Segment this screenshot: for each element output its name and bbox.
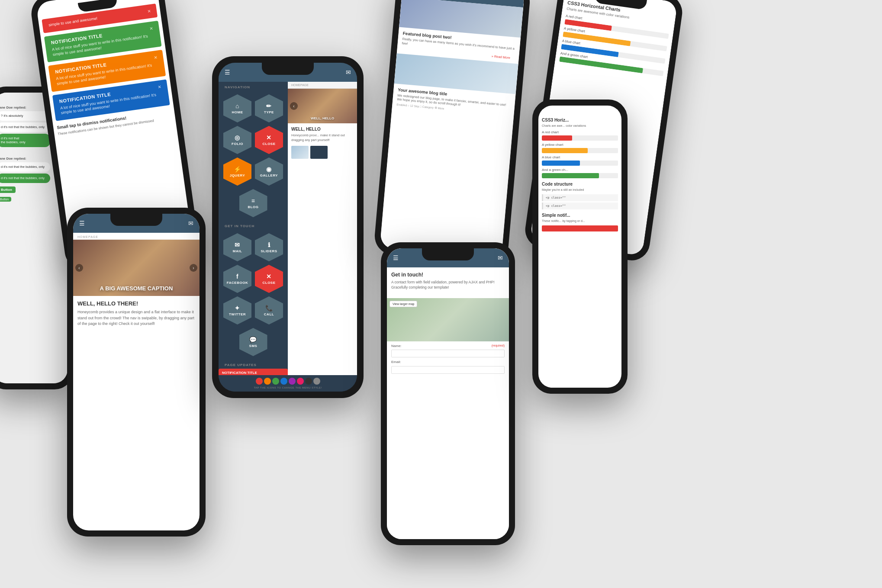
slider-next[interactable]: › <box>190 264 197 272</box>
phone3-split: NAVIGATION ⌂ HOME ✏ TYPE <box>219 82 357 375</box>
email-label: Email: <box>391 360 505 364</box>
phone3-page: HOMEPAGE WELL, HELLO ‹ WELL, HELLO Honey… <box>288 82 357 375</box>
simple-notif-title: Simple notif... <box>542 213 618 218</box>
far-chart-bar-2 <box>542 148 618 153</box>
notifications-content: ✕ simple to use and awesome! ✕ NOTIFICAT… <box>36 0 176 141</box>
sliders-icon: ℹ <box>268 241 270 248</box>
contact-facebook[interactable]: f FACEBOOK <box>223 265 251 293</box>
menu-icon-3[interactable]: ☰ <box>225 69 230 76</box>
swatch-purple[interactable] <box>289 378 296 385</box>
far-chart-bar-1 <box>542 135 618 141</box>
folio-icon: ◎ <box>235 134 240 141</box>
map-placeholder: View larger map <box>387 298 509 341</box>
nav-type-label: TYPE <box>264 110 274 114</box>
nav-blog-label: BLOG <box>248 205 258 209</box>
notif-close-red[interactable]: ✕ <box>147 9 151 14</box>
view-larger-map-btn[interactable]: View larger map <box>389 301 417 307</box>
swatch-green[interactable] <box>272 378 279 385</box>
notif-bar: NOTIFICATION TITLE <box>219 369 288 375</box>
jquery-icon: ⚡ <box>234 166 241 173</box>
notif-close-green[interactable]: ✕ <box>149 26 153 31</box>
simple-notif-section: Simple notif... These notific... by tapp… <box>542 213 618 231</box>
scene: Jane Doe replied: ? It's absolutely d it… <box>0 0 882 588</box>
mail-icon-6[interactable]: ✉ <box>498 254 503 261</box>
nav-home[interactable]: ⌂ HOME <box>223 94 251 122</box>
swatch-dark[interactable] <box>305 378 312 385</box>
nav-folio[interactable]: ◎ FOLIO <box>223 126 251 154</box>
phone-notch-2 <box>110 214 162 226</box>
contact-facebook-label: FACEBOOK <box>227 281 248 285</box>
nav-gallery-label: GALLERY <box>260 174 278 177</box>
mail-icon-4[interactable]: ✉ <box>513 0 519 2</box>
chat-bubble-3: d it's not that the bubbles, only <box>0 162 50 172</box>
swatch-red[interactable] <box>256 378 263 385</box>
contact-sliders[interactable]: ℹ SLIDERS <box>255 233 283 261</box>
chat-bubble-2: d it's not that the bubbles, only <box>0 122 50 132</box>
phone-blog-screen: ☰ HEXAGONE ✉ Featured blog post two! Rea… <box>380 0 525 258</box>
chat-bubble-1: ? It's absolutely <box>0 111 50 121</box>
swatch-pink[interactable] <box>297 378 304 385</box>
nav-jquery[interactable]: ⚡ JQUERY <box>223 157 251 186</box>
contact-mail[interactable]: ✉ MAIL <box>223 233 251 261</box>
thumb-1 <box>291 146 309 159</box>
far-right-body: Charts are awe... color variations <box>542 124 618 128</box>
nav-close[interactable]: ✕ CLOSE <box>255 126 283 154</box>
nav-gallery[interactable]: ◉ GALLERY <box>255 157 283 186</box>
mail-icon-3[interactable]: ✉ <box>346 69 351 76</box>
thumb-row <box>288 146 357 159</box>
contact-twitter[interactable]: ✦ TWITTER <box>223 296 251 325</box>
slider-prev[interactable]: ‹ <box>75 264 83 272</box>
phone-blog: ☰ HEXAGONE ✉ Featured blog post two! Rea… <box>373 0 531 265</box>
swatch-blue[interactable] <box>280 378 287 385</box>
swatch-orange[interactable] <box>264 378 271 385</box>
chat-button-sm[interactable]: Button <box>0 197 11 202</box>
phone-contact-screen: ☰ HEXAGONE ✉ Get in touch! A contact for… <box>387 248 509 539</box>
phone-contact: ☰ HEXAGONE ✉ Get in touch! A contact for… <box>381 242 515 545</box>
code-section: Code structure Maybe you're a still an i… <box>542 182 618 209</box>
blog-icon: ≡ <box>251 197 255 204</box>
phone-hexagone-nav-screen: ☰ HEXAGONE ✉ NAVIGATION ⌂ HOME <box>219 63 357 392</box>
phone-code-screen: CSS3 Horiz... Charts are awe... color va… <box>538 106 621 388</box>
menu-icon[interactable]: ☰ <box>79 220 85 227</box>
menu-icon-6[interactable]: ☰ <box>393 254 399 261</box>
mail-icon[interactable]: ✉ <box>188 220 193 227</box>
far-bar-red <box>542 135 572 141</box>
phone2-page-label: HOMEPAGE <box>73 233 200 240</box>
swatch-gray[interactable] <box>313 378 320 385</box>
twitter-icon: ✦ <box>235 305 240 312</box>
phone2-slider: A BIG AWESOME CAPTION ‹ › <box>73 240 200 296</box>
email-input[interactable] <box>391 366 505 374</box>
contact-sliders-label: SLIDERS <box>261 249 277 253</box>
nav-close-label: CLOSE <box>262 142 275 146</box>
close-icon-2: ✕ <box>266 273 272 280</box>
contact-call[interactable]: 📞 CALL <box>255 296 283 325</box>
phone2-hello-body: Honeycomb provides a unique design and a… <box>77 309 195 327</box>
contact-close[interactable]: ✕ CLOSE <box>255 265 283 293</box>
simple-notif-body: These notific... by tapping or d... <box>542 219 618 223</box>
required-tag: (required) <box>492 344 505 347</box>
thumb-2 <box>310 146 328 159</box>
contact-call-label: CALL <box>264 312 274 316</box>
phone3-nav: NAVIGATION ⌂ HOME ✏ TYPE <box>219 82 288 375</box>
chat-button[interactable]: Button <box>0 186 16 193</box>
notif-red-bar <box>542 225 618 231</box>
nav-type[interactable]: ✏ TYPE <box>255 94 283 122</box>
nav-folio-label: FOLIO <box>232 142 243 146</box>
nav-blog[interactable]: ≡ BLOG <box>239 189 267 217</box>
type-icon: ✏ <box>266 103 272 109</box>
contact-sms[interactable]: 💬 SMS <box>239 328 267 356</box>
page-text: WELL, HELLO Honeycomb provi... make it s… <box>288 123 357 146</box>
tap-text: TAP THE ICONS TO CHANGE THE MENU STYLE! <box>221 386 354 389</box>
code-line-2: <p class="" <box>542 202 618 209</box>
far-chart-bar-4 <box>542 173 618 178</box>
name-input[interactable] <box>391 350 505 357</box>
notif-close-blue[interactable]: ✕ <box>158 84 161 90</box>
get-in-touch-body: A contact form with field validation, po… <box>391 280 505 290</box>
notif-close-orange[interactable]: ✕ <box>153 55 157 60</box>
chat-bubble-green: d it's not that the bubbles, only <box>0 134 50 148</box>
blog-screen: ☰ HEXAGONE ✉ Featured blog post two! Rea… <box>380 0 525 258</box>
slider-prev-3[interactable]: ‹ <box>290 102 298 110</box>
far-bar-blue <box>542 161 580 166</box>
far-right-content: CSS3 Horiz... Charts are awe... color va… <box>538 106 621 235</box>
name-label: Name: (required) <box>391 344 505 348</box>
